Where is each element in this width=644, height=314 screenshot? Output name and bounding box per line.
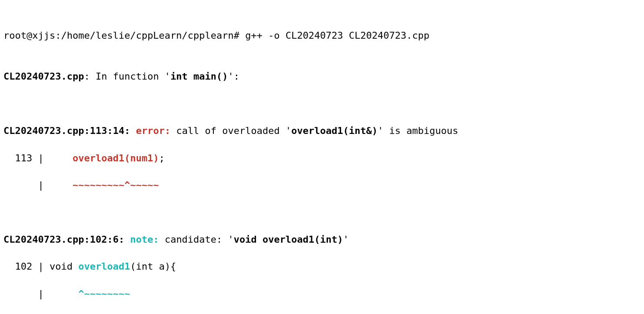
shell-command: g++ -o CL20240723 CL20240723.cpp: [245, 30, 429, 41]
caret-gutter: |: [3, 180, 73, 190]
function-signature: int main(): [170, 71, 228, 82]
candidate-signature: void overload1(int): [234, 234, 343, 245]
caret-marks: ~~~~~~~~~^~~~~~: [73, 180, 159, 190]
text: ': [343, 234, 349, 245]
caret-line: | ^~~~~~~~~: [3, 287, 641, 301]
code-line: 113 | overload1(num1);: [3, 151, 641, 165]
loc: :102:6:: [84, 234, 124, 245]
note-label: note:: [130, 234, 159, 245]
error-label: error:: [136, 125, 170, 136]
note-line: CL20240723.cpp:102:6: note: candidate: '…: [3, 233, 641, 246]
caret-gutter: |: [3, 288, 78, 299]
loc: :113:14:: [84, 125, 130, 136]
text: call of overloaded ': [170, 125, 291, 136]
code-tail: ;: [159, 153, 165, 164]
caret-marks: ^~~~~~~~~: [78, 288, 130, 299]
shell-prompt: root@xjjs:/home/leslie/cppLearn/cpplearn…: [3, 30, 245, 41]
call-signature: overload1(int&): [291, 125, 378, 136]
in-function-line: CL20240723.cpp: In function 'int main()'…: [3, 70, 641, 83]
terminal-output: root@xjjs:/home/leslie/cppLearn/cpplearn…: [0, 0, 644, 314]
code-line: 102 | void overload1(int a){: [3, 260, 641, 273]
code-highlight: overload1(num1): [73, 153, 159, 164]
line-number-gutter: 102 | void: [3, 261, 78, 272]
text: candidate: ': [159, 234, 234, 245]
file-loc: CL20240723.cpp: [3, 234, 84, 245]
prompt-line: root@xjjs:/home/leslie/cppLearn/cpplearn…: [3, 29, 641, 42]
file-name: CL20240723.cpp: [3, 71, 84, 82]
code-highlight: overload1: [78, 261, 130, 272]
caret-line: | ~~~~~~~~~^~~~~~: [3, 178, 641, 192]
text: ' is ambiguous: [378, 125, 458, 136]
line-number-gutter: 113 |: [3, 153, 73, 164]
text: : In function ': [84, 71, 170, 82]
code-tail: (int a){: [130, 261, 176, 272]
text: ':: [228, 71, 240, 82]
file-loc: CL20240723.cpp: [3, 125, 84, 136]
error-line: CL20240723.cpp:113:14: error: call of ov…: [3, 124, 641, 137]
